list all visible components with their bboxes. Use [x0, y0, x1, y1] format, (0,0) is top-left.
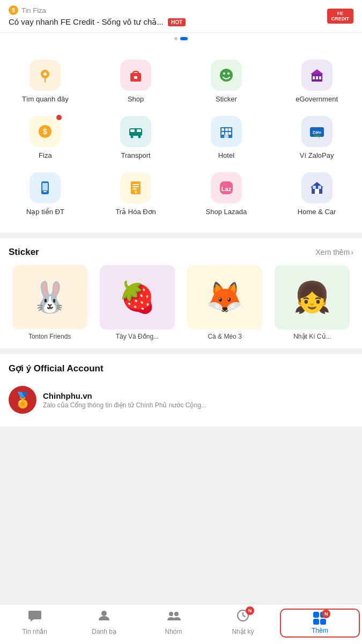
svg-rect-11 [319, 76, 321, 79]
sticker-section: Sticker Xem thêm › 🐰 Tonton Friends 🍓 Tâ… [0, 238, 362, 349]
service-hotel[interactable]: Hotel [181, 109, 272, 166]
svg-rect-17 [137, 129, 141, 132]
svg-rect-26 [228, 132, 231, 135]
svg-rect-4 [134, 76, 137, 79]
service-transport[interactable]: Transport [91, 109, 181, 166]
shop-label: Shop [128, 95, 144, 103]
oa-section: Gợi ý Official Account 🏅 Chinhphu.vn Zal… [0, 354, 362, 427]
homecar-label: Home & Car [298, 208, 336, 216]
nav-groups[interactable]: Nhóm [139, 609, 208, 638]
banner[interactable]: $ Tin Fiza Có vay nhanh FE Credit - Sống… [0, 0, 362, 33]
oa-section-title: Gợi ý Official Account [9, 363, 104, 374]
sticker-section-title: Sticker [9, 247, 39, 258]
fiza-badge [55, 114, 63, 121]
carousel-dots [0, 33, 362, 45]
service-fiza[interactable]: $ Fiza [0, 109, 91, 166]
diary-icon: N [236, 609, 250, 626]
svg-rect-24 [221, 132, 224, 135]
nav-more[interactable]: N Thêm [280, 609, 360, 638]
transport-icon-wrap [120, 116, 151, 147]
dot-2 [180, 37, 188, 40]
sticker-nhat-thumb: 👧 [275, 265, 350, 330]
svg-text:Laz: Laz [221, 186, 232, 192]
sticker-tonton-name: Tonton Friends [28, 333, 71, 340]
svg-rect-36 [132, 186, 139, 187]
transport-label: Transport [121, 151, 151, 159]
svg-text:$: $ [135, 190, 137, 194]
banner-left: $ Tin Fiza Có vay nhanh FE Credit - Sống… [9, 5, 327, 27]
topup-label: Nạp tiền ĐT [26, 208, 64, 216]
service-shop[interactable]: Shop [91, 53, 181, 109]
svg-rect-10 [316, 76, 318, 79]
diary-label: Nhật ký [232, 628, 254, 635]
svg-marker-12 [311, 69, 323, 74]
oa-chinhphu-info: Chinhphu.vn Zalo của Cổng thông tin điện… [43, 391, 353, 409]
contacts-icon [97, 609, 111, 626]
messages-label: Tin nhắn [22, 628, 47, 635]
topup-icon-wrap [29, 172, 61, 203]
egov-icon-wrap [301, 60, 333, 91]
groups-icon [167, 609, 181, 626]
svg-rect-21 [221, 128, 224, 131]
service-find[interactable]: Tìm quanh đây [0, 53, 91, 109]
hotel-icon-wrap [211, 116, 242, 147]
sticker-nhat[interactable]: 👧 Nhật Kí Củ... [271, 265, 353, 340]
services-grid: Tìm quanh đây Shop [0, 53, 362, 222]
bill-icon-wrap: $ [120, 172, 151, 203]
sticker-tonton-thumb: 🐰 [12, 265, 87, 330]
service-homecar[interactable]: Home & Car [271, 166, 362, 222]
hotel-label: Hotel [218, 151, 234, 159]
sticker-more-label: Xem thêm [316, 248, 350, 257]
service-sticker[interactable]: Sticker [181, 53, 272, 109]
svg-point-2 [44, 73, 46, 75]
svg-point-5 [220, 69, 233, 82]
messages-icon [28, 609, 42, 626]
sticker-ca-thumb: 🦊 [187, 265, 262, 330]
nav-diary[interactable]: N Nhật ký [208, 609, 277, 638]
svg-rect-25 [225, 132, 228, 135]
svg-line-50 [243, 616, 246, 617]
fiza-label: Fiza [39, 151, 52, 159]
service-egov[interactable]: eGovernment [271, 53, 362, 109]
more-badge: N [322, 610, 330, 618]
sticker-tonton[interactable]: 🐰 Tonton Friends [9, 265, 91, 340]
homecar-icon-wrap [301, 172, 333, 203]
service-zalopay[interactable]: Zalo Pay Ví ZaloPay [271, 109, 362, 166]
groups-label: Nhóm [165, 628, 182, 635]
more-label: Thêm [312, 627, 328, 634]
oa-section-header: Gợi ý Official Account [9, 363, 353, 374]
service-bill[interactable]: $ Trả Hóa Đơn [91, 166, 181, 222]
banner-title-text: Có vay nhanh FE Credit - Sống vô tư chả.… [9, 17, 164, 27]
service-lazada[interactable]: Laz Shop Lazada [181, 166, 272, 222]
svg-rect-22 [225, 128, 228, 131]
fiza-icon-wrap: $ [29, 116, 61, 147]
svg-rect-42 [315, 189, 319, 194]
svg-point-18 [131, 136, 134, 138]
oa-chinhphu-name: Chinhphu.vn [43, 391, 353, 400]
svg-point-47 [174, 612, 179, 616]
sticker-tay[interactable]: 🍓 Tây Và Đồng... [96, 265, 178, 340]
sticker-more-button[interactable]: Xem thêm › [316, 248, 353, 257]
zalopay-icon-wrap: Zalo Pay [301, 116, 333, 147]
services-section: Tìm quanh đây Shop [0, 45, 362, 233]
contacts-label: Danh bạ [92, 628, 116, 635]
sticker-ca-name: Cà & Méo 3 [208, 333, 241, 340]
svg-rect-37 [132, 188, 137, 189]
diary-badge: N [246, 606, 254, 615]
sticker-ca[interactable]: 🦊 Cà & Méo 3 [184, 265, 266, 340]
sticker-icon-wrap [211, 60, 242, 91]
svg-rect-33 [43, 191, 47, 192]
sticker-service-label: Sticker [216, 95, 237, 103]
svg-text:$: $ [43, 127, 47, 136]
bottom-nav: Tin nhắn Danh bạ Nhóm [0, 604, 362, 644]
svg-rect-16 [130, 129, 135, 132]
oa-chinhphu[interactable]: 🏅 Chinhphu.vn Zalo của Cổng thông tin đi… [9, 382, 353, 418]
sticker-tay-thumb: 🍓 [100, 265, 175, 330]
nav-messages[interactable]: Tin nhắn [0, 609, 69, 638]
sticker-nhat-name: Nhật Kí Củ... [293, 333, 331, 340]
banner-source: Tin Fiza [21, 6, 46, 14]
nav-contacts[interactable]: Danh bạ [69, 609, 138, 638]
service-topup[interactable]: Nạp tiền ĐT [0, 166, 91, 222]
coin-icon: $ [9, 5, 18, 15]
more-icon: N [313, 612, 326, 625]
